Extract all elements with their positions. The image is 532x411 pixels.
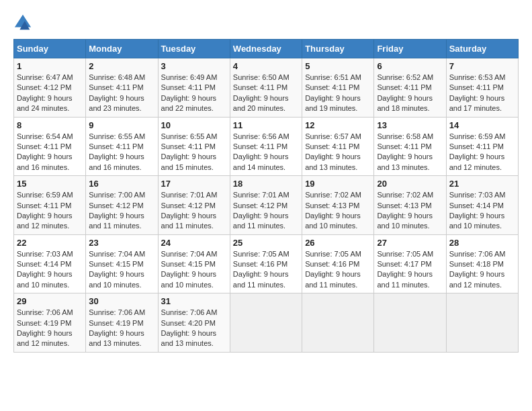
day-cell: 10 Sunrise: 6:55 AM Sunset: 4:11 PM Dayl…	[158, 117, 230, 176]
day-number: 22	[17, 238, 83, 248]
day-cell: 5 Sunrise: 6:51 AM Sunset: 4:11 PM Dayli…	[302, 58, 374, 118]
day-cell: 31 Sunrise: 7:06 AM Sunset: 4:20 PM Dayl…	[158, 293, 230, 353]
day-info: Sunrise: 7:04 AM Sunset: 4:15 PM Dayligh…	[89, 249, 154, 291]
week-row-1: 1 Sunrise: 6:47 AM Sunset: 4:12 PM Dayli…	[14, 58, 519, 118]
day-cell: 18 Sunrise: 7:01 AM Sunset: 4:12 PM Dayl…	[230, 176, 302, 235]
header-cell-tuesday: Tuesday	[158, 40, 230, 58]
day-cell: 11 Sunrise: 6:56 AM Sunset: 4:11 PM Dayl…	[230, 117, 302, 176]
day-number: 24	[161, 238, 227, 248]
day-cell: 20 Sunrise: 7:02 AM Sunset: 4:13 PM Dayl…	[374, 176, 446, 235]
day-info: Sunrise: 7:03 AM Sunset: 4:14 PM Dayligh…	[449, 190, 515, 232]
day-info: Sunrise: 6:59 AM Sunset: 4:11 PM Dayligh…	[17, 190, 83, 232]
day-cell: 30 Sunrise: 7:06 AM Sunset: 4:19 PM Dayl…	[86, 293, 158, 353]
day-cell: 22 Sunrise: 7:03 AM Sunset: 4:14 PM Dayl…	[14, 234, 86, 293]
logo-icon	[13, 13, 32, 32]
logo	[13, 13, 35, 32]
day-info: Sunrise: 6:56 AM Sunset: 4:11 PM Dayligh…	[233, 132, 299, 173]
day-number: 6	[377, 61, 443, 71]
day-number: 4	[233, 61, 299, 71]
header-cell-monday: Monday	[86, 40, 158, 58]
day-cell: 17 Sunrise: 7:01 AM Sunset: 4:12 PM Dayl…	[158, 176, 230, 235]
day-number: 16	[89, 179, 154, 189]
day-info: Sunrise: 7:06 AM Sunset: 4:19 PM Dayligh…	[89, 308, 154, 349]
day-cell: 15 Sunrise: 6:59 AM Sunset: 4:11 PM Dayl…	[14, 176, 86, 235]
header-row: SundayMondayTuesdayWednesdayThursdayFrid…	[14, 40, 519, 58]
day-info: Sunrise: 6:49 AM Sunset: 4:11 PM Dayligh…	[161, 73, 227, 114]
header-cell-thursday: Thursday	[302, 40, 374, 58]
day-info: Sunrise: 6:53 AM Sunset: 4:11 PM Dayligh…	[449, 73, 515, 114]
day-info: Sunrise: 6:52 AM Sunset: 4:11 PM Dayligh…	[377, 73, 443, 114]
day-cell: 6 Sunrise: 6:52 AM Sunset: 4:11 PM Dayli…	[374, 58, 446, 118]
day-info: Sunrise: 7:03 AM Sunset: 4:14 PM Dayligh…	[17, 249, 83, 291]
day-info: Sunrise: 6:51 AM Sunset: 4:11 PM Dayligh…	[305, 73, 371, 114]
day-info: Sunrise: 7:00 AM Sunset: 4:12 PM Dayligh…	[89, 190, 154, 232]
day-info: Sunrise: 6:58 AM Sunset: 4:11 PM Dayligh…	[377, 132, 443, 173]
day-cell: 19 Sunrise: 7:02 AM Sunset: 4:13 PM Dayl…	[302, 176, 374, 235]
day-number: 26	[305, 238, 371, 248]
header-cell-wednesday: Wednesday	[230, 40, 302, 58]
week-row-4: 22 Sunrise: 7:03 AM Sunset: 4:14 PM Dayl…	[14, 234, 519, 293]
day-info: Sunrise: 7:06 AM Sunset: 4:20 PM Dayligh…	[161, 308, 227, 349]
week-row-3: 15 Sunrise: 6:59 AM Sunset: 4:11 PM Dayl…	[14, 176, 519, 235]
day-cell: 23 Sunrise: 7:04 AM Sunset: 4:15 PM Dayl…	[86, 234, 158, 293]
day-number: 31	[161, 296, 227, 306]
day-number: 27	[377, 238, 443, 248]
day-info: Sunrise: 6:59 AM Sunset: 4:11 PM Dayligh…	[449, 132, 515, 173]
day-cell	[374, 293, 446, 353]
day-number: 14	[449, 120, 515, 130]
day-number: 18	[233, 179, 299, 189]
day-cell: 26 Sunrise: 7:05 AM Sunset: 4:16 PM Dayl…	[302, 234, 374, 293]
day-info: Sunrise: 7:02 AM Sunset: 4:13 PM Dayligh…	[305, 190, 371, 232]
page-header	[13, 13, 519, 32]
day-number: 2	[89, 61, 154, 71]
day-cell: 2 Sunrise: 6:48 AM Sunset: 4:11 PM Dayli…	[86, 58, 158, 118]
day-cell: 24 Sunrise: 7:04 AM Sunset: 4:15 PM Dayl…	[158, 234, 230, 293]
day-cell	[446, 293, 518, 353]
day-info: Sunrise: 7:04 AM Sunset: 4:15 PM Dayligh…	[161, 249, 227, 291]
day-number: 13	[377, 120, 443, 130]
day-info: Sunrise: 6:54 AM Sunset: 4:11 PM Dayligh…	[17, 132, 83, 173]
day-cell: 16 Sunrise: 7:00 AM Sunset: 4:12 PM Dayl…	[86, 176, 158, 235]
day-info: Sunrise: 7:05 AM Sunset: 4:16 PM Dayligh…	[305, 249, 371, 291]
day-info: Sunrise: 6:55 AM Sunset: 4:11 PM Dayligh…	[89, 132, 154, 173]
day-info: Sunrise: 7:05 AM Sunset: 4:17 PM Dayligh…	[377, 249, 443, 291]
day-info: Sunrise: 6:47 AM Sunset: 4:12 PM Dayligh…	[17, 73, 83, 114]
week-row-5: 29 Sunrise: 7:06 AM Sunset: 4:19 PM Dayl…	[14, 293, 519, 353]
calendar-header: SundayMondayTuesdayWednesdayThursdayFrid…	[14, 40, 519, 58]
day-cell: 14 Sunrise: 6:59 AM Sunset: 4:11 PM Dayl…	[446, 117, 518, 176]
day-number: 12	[305, 120, 371, 130]
day-number: 20	[377, 179, 443, 189]
header-cell-saturday: Saturday	[446, 40, 518, 58]
day-info: Sunrise: 6:50 AM Sunset: 4:11 PM Dayligh…	[233, 73, 299, 114]
day-cell: 3 Sunrise: 6:49 AM Sunset: 4:11 PM Dayli…	[158, 58, 230, 118]
day-cell: 21 Sunrise: 7:03 AM Sunset: 4:14 PM Dayl…	[446, 176, 518, 235]
week-row-2: 8 Sunrise: 6:54 AM Sunset: 4:11 PM Dayli…	[14, 117, 519, 176]
day-number: 30	[89, 296, 154, 306]
day-number: 5	[305, 61, 371, 71]
day-cell: 25 Sunrise: 7:05 AM Sunset: 4:16 PM Dayl…	[230, 234, 302, 293]
day-info: Sunrise: 6:48 AM Sunset: 4:11 PM Dayligh…	[89, 73, 154, 114]
day-number: 25	[233, 238, 299, 248]
calendar-table: SundayMondayTuesdayWednesdayThursdayFrid…	[13, 39, 519, 353]
day-info: Sunrise: 7:06 AM Sunset: 4:19 PM Dayligh…	[17, 308, 83, 349]
day-info: Sunrise: 6:57 AM Sunset: 4:11 PM Dayligh…	[305, 132, 371, 173]
day-info: Sunrise: 7:02 AM Sunset: 4:13 PM Dayligh…	[377, 190, 443, 232]
day-cell: 4 Sunrise: 6:50 AM Sunset: 4:11 PM Dayli…	[230, 58, 302, 118]
day-cell: 8 Sunrise: 6:54 AM Sunset: 4:11 PM Dayli…	[14, 117, 86, 176]
day-number: 21	[449, 179, 515, 189]
day-cell: 12 Sunrise: 6:57 AM Sunset: 4:11 PM Dayl…	[302, 117, 374, 176]
day-number: 23	[89, 238, 154, 248]
day-cell: 29 Sunrise: 7:06 AM Sunset: 4:19 PM Dayl…	[14, 293, 86, 353]
day-info: Sunrise: 7:01 AM Sunset: 4:12 PM Dayligh…	[233, 190, 299, 232]
day-number: 10	[161, 120, 227, 130]
header-cell-sunday: Sunday	[14, 40, 86, 58]
day-cell: 13 Sunrise: 6:58 AM Sunset: 4:11 PM Dayl…	[374, 117, 446, 176]
day-number: 17	[161, 179, 227, 189]
day-cell: 27 Sunrise: 7:05 AM Sunset: 4:17 PM Dayl…	[374, 234, 446, 293]
day-number: 29	[17, 296, 83, 306]
header-cell-friday: Friday	[374, 40, 446, 58]
day-number: 28	[449, 238, 515, 248]
day-number: 11	[233, 120, 299, 130]
day-cell: 7 Sunrise: 6:53 AM Sunset: 4:11 PM Dayli…	[446, 58, 518, 118]
day-number: 9	[89, 120, 154, 130]
